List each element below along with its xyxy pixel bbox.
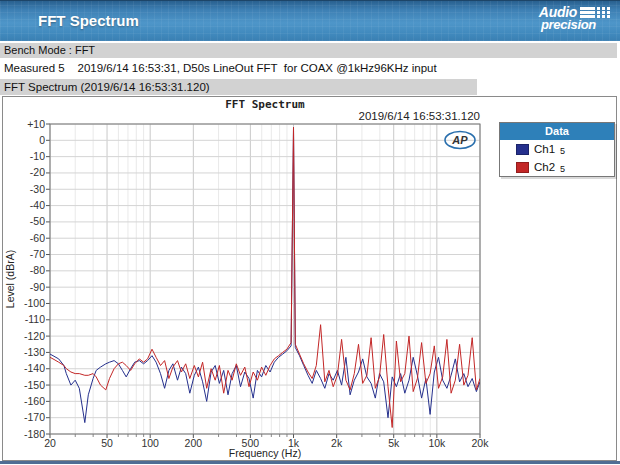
legend-label: Ch1 — [534, 143, 555, 155]
ch1-trace — [50, 127, 480, 422]
fft-chart-container: FFT Spectrum 2019/6/14 16:53:31.120 Leve… — [2, 96, 617, 461]
ch2-trace — [50, 127, 480, 427]
y-tick-label: -40 — [30, 199, 45, 211]
ch2-color-swatch — [516, 162, 529, 173]
y-tick-label: -20 — [30, 166, 45, 178]
y-axis-label: Level (dBrA) — [4, 250, 16, 308]
y-tick-label: -130 — [24, 346, 45, 358]
y-tick-label: 0 — [39, 134, 45, 146]
ch1-color-swatch — [516, 144, 529, 155]
y-tick-label: -90 — [30, 281, 45, 293]
x-tick-label: 100 — [141, 437, 159, 449]
legend-row-ch2[interactable]: Ch25 — [500, 158, 614, 176]
legend-tag: 5 — [560, 164, 565, 174]
x-tick-label: 50 — [101, 437, 113, 449]
audio-precision-logo: Audio precision — [539, 6, 610, 31]
y-tick-label: +10 — [27, 118, 45, 130]
chart-title: FFT Spectrum — [225, 98, 305, 111]
x-axis-label: Frequency (Hz) — [229, 447, 301, 459]
y-tick-label: -10 — [30, 150, 45, 162]
x-tick-label: 200 — [185, 437, 203, 449]
y-tick-label: -180 — [24, 428, 45, 440]
y-tick-label: -50 — [30, 215, 45, 227]
y-tick-label: -30 — [30, 183, 45, 195]
app-header: FFT Spectrum Audio precision — [0, 0, 620, 41]
y-tick-label: -170 — [24, 411, 45, 423]
measured-info-row: Measured 5 2019/6/14 16:53:31, D50s Line… — [0, 60, 617, 77]
grid — [46, 124, 480, 438]
legend-label: Ch2 — [534, 161, 555, 173]
y-tick-label: -80 — [30, 264, 45, 276]
legend-tag: 5 — [560, 146, 565, 156]
section-title-bar: FFT Spectrum (2019/6/14 16:53:31.120) — [0, 79, 477, 95]
footer-divider — [0, 461, 620, 464]
bench-mode-bar: Bench Mode : FFT — [0, 43, 617, 58]
plot-border — [50, 124, 480, 434]
x-tick-label: 5k — [388, 437, 400, 449]
y-tick-label: -160 — [24, 395, 45, 407]
legend-row-ch1[interactable]: Ch15 — [500, 140, 614, 158]
page-title: FFT Spectrum — [38, 12, 139, 29]
legend-header: Data — [500, 123, 614, 140]
x-tick-label: 10k — [428, 437, 446, 449]
y-tick-label: -150 — [24, 379, 45, 391]
x-tick-label: 20 — [44, 437, 56, 449]
logo-text-precision: precision — [539, 18, 610, 31]
y-tick-label: -70 — [30, 248, 45, 260]
y-tick-label: -100 — [24, 297, 45, 309]
y-tick-label: -140 — [24, 362, 45, 374]
report-page: FFT Spectrum Audio precision Bench Mode … — [0, 0, 620, 465]
legend: Data Ch15Ch25 — [499, 122, 615, 177]
x-tick-label: 2k — [331, 437, 343, 449]
y-tick-label: -120 — [24, 330, 45, 342]
x-tick-label: 20k — [472, 437, 490, 449]
y-tick-label: -110 — [25, 313, 45, 325]
y-tick-label: -60 — [30, 232, 45, 244]
chart-timestamp: 2019/6/14 16:53:31.120 — [358, 110, 480, 122]
svg-text:AP: AP — [451, 134, 468, 146]
